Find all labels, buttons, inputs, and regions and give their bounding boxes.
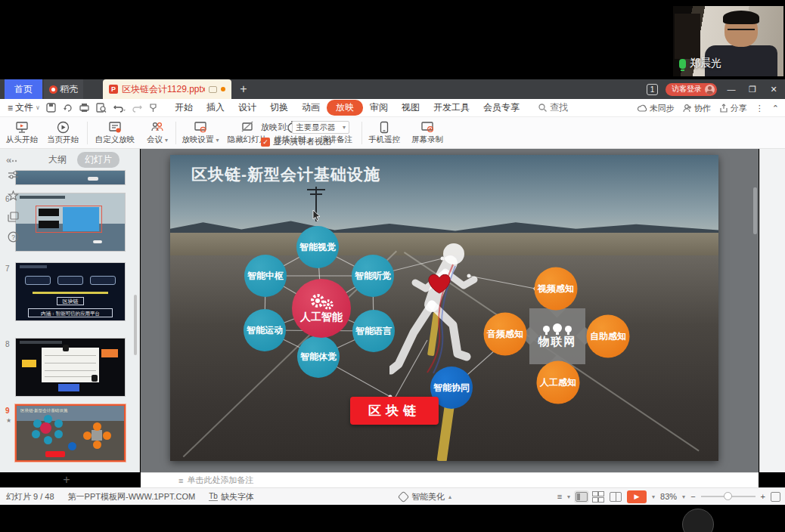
iot-node-audio[interactable]: 音频感知 <box>484 313 527 356</box>
chevron-down-icon: ▾ <box>343 124 346 131</box>
export-icon[interactable] <box>63 103 73 113</box>
meeting-button[interactable]: 会议 ▾ <box>141 119 174 147</box>
effects-star-icon[interactable] <box>0 190 26 205</box>
checkbox-checked-icon[interactable]: ✓ <box>261 138 270 147</box>
tab-home[interactable]: 首页 <box>5 79 42 99</box>
tab-outline[interactable]: 大纲 <box>42 152 73 168</box>
thumbnail-slide-6[interactable] <box>15 193 126 252</box>
thumbnail-slide-8[interactable] <box>15 338 126 397</box>
print-icon[interactable] <box>79 103 89 113</box>
format-painter-icon[interactable] <box>149 104 157 113</box>
menu-item-devtools[interactable]: 开发工具 <box>427 100 476 116</box>
panel-scrollbar[interactable] <box>134 295 137 355</box>
collaborate-button[interactable]: 协作 <box>683 103 711 114</box>
window-count-badge[interactable]: 1 <box>647 84 658 95</box>
add-slide-button[interactable]: + <box>59 473 74 487</box>
notes-placeholder[interactable]: 单击此处添加备注 <box>187 475 253 486</box>
menu-item-start[interactable]: 开始 <box>168 100 200 116</box>
share-button[interactable]: 分享 <box>719 103 747 114</box>
slide-canvas[interactable]: 区块链-新型会计基础设施 <box>170 155 718 461</box>
thumb-title: 区块链-新型会计基础设施 <box>20 408 67 413</box>
template-name[interactable]: 第一PPT模板网-WWW.1PPT.COM <box>68 491 196 503</box>
screen-record-button[interactable]: 屏幕录制 <box>407 119 448 147</box>
reading-view-button[interactable] <box>610 492 622 502</box>
close-button[interactable]: ✕ <box>767 85 780 94</box>
menu-item-slideshow[interactable]: 放映 <box>327 100 363 116</box>
normal-view-button[interactable] <box>576 492 588 502</box>
show-settings-button[interactable]: 放映设置 ▾ <box>178 119 222 147</box>
thumbnail-slide-7[interactable]: 区块链 内涵：智能可信的应用平台 <box>15 262 126 321</box>
duplicate-slides-icon[interactable] <box>0 212 26 225</box>
canvas-scrollbar[interactable] <box>753 187 757 234</box>
save-icon[interactable] <box>46 103 56 113</box>
ai-node-language[interactable]: 智能语言 <box>352 310 395 352</box>
more-vert-icon[interactable]: ⋮ <box>756 104 764 113</box>
chevron-down-icon: ▾ <box>216 137 219 144</box>
ai-center-label: 人工智能 <box>300 311 343 324</box>
play-from-current-button[interactable]: 当页开始 <box>42 119 83 147</box>
iot-node-manual[interactable]: 人工感知 <box>537 361 580 404</box>
docer-icon <box>49 85 57 94</box>
tab-document[interactable]: P 区块链会计1129.pptx <box>103 79 231 99</box>
menu-item-transition[interactable]: 切换 <box>263 100 295 116</box>
search-box[interactable]: 查找 <box>538 101 568 114</box>
ai-node-vision[interactable]: 智能视觉 <box>296 226 339 268</box>
beautify-label: 智能美化 <box>411 491 445 503</box>
help-icon[interactable]: ? <box>0 231 26 246</box>
lock-icon <box>92 375 98 382</box>
menu-item-insert[interactable]: 插入 <box>200 100 231 116</box>
thumbnail-slide-5-partial[interactable] <box>15 170 126 185</box>
slideshow-play-button[interactable]: ▶ <box>627 490 647 503</box>
menu-item-design[interactable]: 设计 <box>231 100 263 116</box>
play-from-beginning-button[interactable]: 从头开始 <box>2 119 42 147</box>
animation-star-icon: ★ <box>6 417 11 424</box>
properties-tune-icon[interactable] <box>0 169 26 183</box>
missing-font-warning[interactable]: Tb 缺失字体 <box>209 491 254 503</box>
menu-item-review[interactable]: 审阅 <box>363 100 395 116</box>
guest-login-button[interactable]: 访客登录 <box>666 83 717 96</box>
ai-node-hearing[interactable]: 智能听觉 <box>352 255 394 297</box>
new-tab-button[interactable]: + <box>236 81 251 97</box>
iot-center-node[interactable]: 物联网 <box>529 308 585 364</box>
custom-show-button[interactable]: 自定义放映 <box>91 119 139 147</box>
notes-toggle-icon[interactable]: ≡ <box>557 492 562 501</box>
zoom-in-button[interactable]: + <box>761 492 765 501</box>
ai-node-hub[interactable]: 智能中枢 <box>244 255 287 297</box>
blockchain-box[interactable]: 区块链 <box>350 397 439 425</box>
phone-remote-button[interactable]: 手机遥控 <box>365 119 404 147</box>
ai-node-motion[interactable]: 智能运动 <box>244 309 286 351</box>
sidebar-handle-icon[interactable] <box>0 152 26 165</box>
display-target-select[interactable]: 主要显示器 ▾ <box>292 121 349 134</box>
tab-docer[interactable]: 稻壳 <box>44 79 83 99</box>
redo-icon[interactable] <box>132 103 142 113</box>
collapse-ribbon-icon[interactable]: ⌃ <box>772 104 779 113</box>
fit-to-window-icon[interactable] <box>771 492 780 502</box>
undo-icon[interactable] <box>113 103 126 113</box>
slide-sorter-view-button[interactable] <box>593 492 604 502</box>
thumbnail-slide-9-selected[interactable]: 区块链-新型会计基础设施 <box>15 404 126 462</box>
menu-item-animation[interactable]: 动画 <box>295 100 327 116</box>
ai-node-touch[interactable]: 智能体觉 <box>297 336 340 378</box>
minimize-button[interactable]: — <box>724 85 738 94</box>
smart-beautify-button[interactable]: 智能美化 ▴ <box>399 491 451 503</box>
zoom-out-button[interactable]: − <box>690 492 695 501</box>
print-preview-icon[interactable] <box>96 103 107 113</box>
tab-slides[interactable]: 幻灯片 <box>77 152 119 168</box>
notes-bar[interactable]: ≡ 单击此处添加备注 <box>141 472 759 487</box>
menu-item-member[interactable]: 会员专享 <box>476 100 526 116</box>
iot-node-selfhelp[interactable]: 自助感知 <box>587 315 630 358</box>
thumbnail-number: 7 <box>5 264 10 273</box>
ai-center-node[interactable]: 人工智能 <box>292 279 351 338</box>
speaker-view-checkbox-row[interactable]: ✓ 显示演讲者视图 <box>261 136 331 147</box>
file-menu[interactable]: ≡ 文件 ∨ <box>0 101 46 114</box>
participant-name: 郑晨光 <box>690 57 721 70</box>
zoom-level[interactable]: 83% <box>660 492 677 501</box>
menu-right-actions: 未同步 协作 分享 ⋮ ⌃ <box>637 99 779 117</box>
menu-item-view[interactable]: 视图 <box>395 100 427 116</box>
meeting-control-bubble[interactable] <box>682 509 714 532</box>
sync-status[interactable]: 未同步 <box>637 103 675 114</box>
restore-button[interactable]: ❐ <box>746 85 759 94</box>
iot-node-video[interactable]: 视频感知 <box>535 268 578 311</box>
zoom-slider-knob[interactable] <box>724 492 732 500</box>
zoom-slider[interactable] <box>701 496 756 497</box>
